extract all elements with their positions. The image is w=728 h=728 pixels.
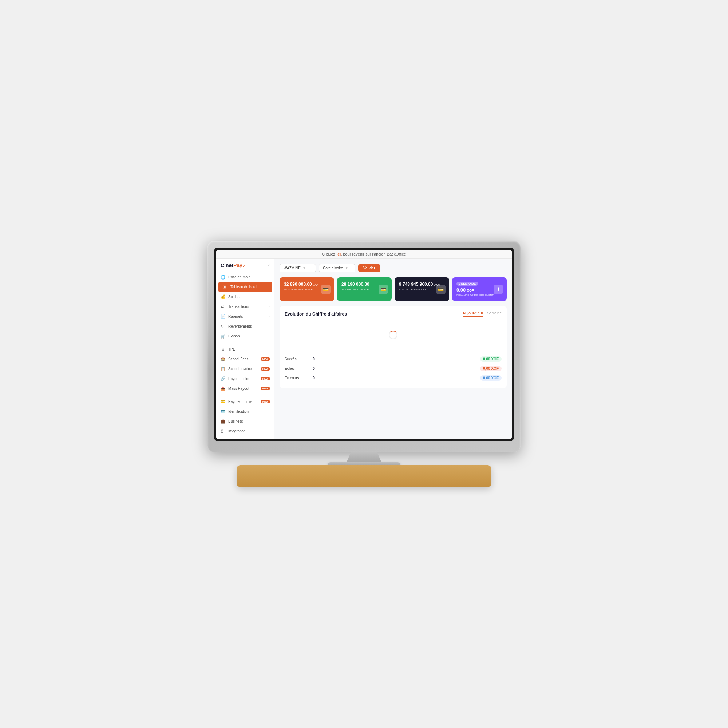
chart-section: Evolution du Chiffre d'affaires Aujourd'… <box>280 306 507 388</box>
sidebar-label-school-fees: School Fees <box>228 357 258 361</box>
loading-spinner <box>389 330 398 339</box>
sidebar-icon-business: 💼 <box>220 419 225 424</box>
chevron-rapports: › <box>269 315 270 318</box>
sidebar-icon-rapports: 📄 <box>220 314 225 319</box>
monitor-bezel: Cliquez ici, pour revenir sur l'ancien B… <box>214 248 514 441</box>
stats-row-echec: Échec 0 0,00 XOF <box>284 364 502 373</box>
sidebar-icon-reversements: ↻ <box>220 324 225 329</box>
card-icon-solde-transfert: 💳 <box>436 284 445 294</box>
main-content: WAZMINE ▼ Cote d'ivoire ▼ Valider 32 890… <box>274 259 512 439</box>
sidebar-item-prise-en-main[interactable]: 🌐 Prise en main <box>216 272 274 282</box>
sidebar-label-school-invoice: School Invoice <box>228 367 258 371</box>
stats-row-en-cours: En cours 0 0,00 XOF <box>284 373 502 383</box>
sidebar-label-business: Business <box>228 419 270 423</box>
sidebar-item-school-invoice[interactable]: 📋 School Invoice NEW <box>216 364 274 374</box>
sidebar-label-reversements: Reversements <box>228 324 270 328</box>
valider-button[interactable]: Valider <box>358 264 380 272</box>
logo: CinetPay✓ <box>220 262 245 268</box>
stats-table: Succès 0 0,00 XOF Échec 0 0,00 XOF En co… <box>284 355 502 383</box>
sidebar-label-payout-links: Payout Links <box>228 377 258 381</box>
sidebar-icon-tableau-de-bord: ⊞ <box>223 284 228 289</box>
scene: Cliquez ici, pour revenir sur l'ancien B… <box>200 241 528 487</box>
banner-text: , pour revenir sur l'ancien BackOffice <box>341 252 406 256</box>
wazmine-select[interactable]: WAZMINE ▼ <box>280 264 316 272</box>
sidebar-nav: 🌐 Prise en main ⊞ Tableau de bord 💰 Sold… <box>216 272 274 439</box>
sidebar-item-rapports[interactable]: 📄 Rapports › <box>216 312 274 321</box>
sidebar-icon-prise-en-main: 🌐 <box>220 275 225 280</box>
sidebar-item-reversements[interactable]: ↻ Reversements <box>216 321 274 331</box>
sidebar-label-mass-payout: Mass Payout <box>228 387 258 391</box>
monitor-screen: Cliquez ici, pour revenir sur l'ancien B… <box>216 250 512 439</box>
collapse-button[interactable]: ‹ <box>268 263 270 268</box>
sidebar-item-identification[interactable]: 🪪 Identification <box>216 407 274 416</box>
card-label-demande-reversement: DEMANDE DE REVERSEMENT <box>456 294 502 297</box>
badge-mass-payout: NEW <box>261 387 270 390</box>
chart-header: Evolution du Chiffre d'affaires Aujourd'… <box>284 311 502 317</box>
badge-school-invoice: NEW <box>261 367 270 370</box>
badge-payment-links: NEW <box>261 400 270 403</box>
chart-title: Evolution du Chiffre d'affaires <box>284 312 347 317</box>
stats-row-succes: Succès 0 0,00 XOF <box>284 355 502 364</box>
card-demande-reversement: 0 DEMANDE 0,00 XOF DEMANDE DE REVERSEMEN… <box>452 277 507 301</box>
badge-payout-links: NEW <box>261 377 270 380</box>
sidebar: CinetPay✓ ‹ 🌐 Prise en main ⊞ Tableau de… <box>216 259 274 439</box>
chart-tab-aujourd-hui[interactable]: Aujourd'hui <box>463 311 483 317</box>
stats-label-en-cours: En cours <box>284 376 306 380</box>
sidebar-icon-e-shop: 🛒 <box>220 334 225 338</box>
sidebar-label-transactions: Transactions <box>228 305 266 309</box>
stand-neck <box>342 452 386 462</box>
sidebar-item-soldes[interactable]: 💰 Soldes <box>216 292 274 302</box>
stats-value-echec: 0 <box>310 367 317 370</box>
sidebar-item-e-shop[interactable]: 🛒 E-shop <box>216 331 274 341</box>
sidebar-label-tpe: TPE <box>228 347 270 351</box>
stats-value-succes: 0 <box>310 357 317 361</box>
wazmine-chevron: ▼ <box>303 266 306 270</box>
sidebar-item-preferences[interactable]: ⚙ Préférences <box>216 436 274 439</box>
stats-amount-en-cours: 0,00 XOF <box>480 375 502 381</box>
sidebar-item-tpe[interactable]: 🖥 TPE <box>216 344 274 354</box>
sidebar-item-mass-payout[interactable]: 📤 Mass Payout NEW <box>216 384 274 393</box>
sidebar-item-school-fees[interactable]: 🏫 School Fees NEW <box>216 354 274 364</box>
sidebar-item-payment-links[interactable]: 💳 Payment Links NEW <box>216 397 274 407</box>
sidebar-label-tableau-de-bord: Tableau de bord <box>230 285 268 289</box>
stats-value-en-cours: 0 <box>310 376 317 380</box>
sidebar-icon-tpe: 🖥 <box>220 347 225 352</box>
sidebar-icon-soldes: 💰 <box>220 294 225 299</box>
banner-link[interactable]: ici <box>336 252 341 256</box>
sidebar-item-payout-links[interactable]: 🔗 Payout Links NEW <box>216 374 274 384</box>
sidebar-item-transactions[interactable]: ⇄ Transactions › <box>216 302 274 312</box>
sidebar-item-business[interactable]: 💼 Business <box>216 416 274 426</box>
sidebar-icon-school-fees: 🏫 <box>220 357 225 361</box>
sidebar-label-identification: Identification <box>228 410 270 413</box>
sidebar-item-tableau-de-bord[interactable]: ⊞ Tableau de bord <box>219 282 272 292</box>
card-montant-encaisse: 32 890 000,00 XOF MONTANT ENCAISSÉ 💳 <box>280 277 334 301</box>
cards-row: 32 890 000,00 XOF MONTANT ENCAISSÉ 💳 28 … <box>280 277 507 301</box>
sidebar-icon-payout-links: 🔗 <box>220 376 225 381</box>
sidebar-item-integration[interactable]: ⟨⟩ Intégration <box>216 426 274 436</box>
chevron-transactions: › <box>269 305 270 309</box>
chart-tabs: Aujourd'huiSemaine <box>463 311 502 317</box>
sidebar-label-integration: Intégration <box>228 429 270 433</box>
sidebar-icon-payment-links: 💳 <box>220 399 225 404</box>
chart-loading <box>284 320 502 349</box>
monitor: Cliquez ici, pour revenir sur l'ancien B… <box>208 241 520 452</box>
desk <box>237 465 491 487</box>
chart-tab-semaine[interactable]: Semaine <box>487 311 502 317</box>
country-select[interactable]: Cote d'ivoire ▼ <box>319 264 355 272</box>
sidebar-icon-school-invoice: 📋 <box>220 367 225 371</box>
sidebar-label-rapports: Rapports <box>228 315 266 318</box>
sidebar-icon-integration: ⟨⟩ <box>220 429 225 434</box>
badge-school-fees: NEW <box>261 358 270 361</box>
country-label: Cote d'ivoire <box>323 266 343 270</box>
sidebar-label-prise-en-main: Prise en main <box>228 275 270 279</box>
country-chevron: ▼ <box>345 266 348 270</box>
sidebar-label-payment-links: Payment Links <box>228 400 258 404</box>
sidebar-icon-transactions: ⇄ <box>220 304 225 309</box>
toolbar: WAZMINE ▼ Cote d'ivoire ▼ Valider <box>280 264 507 272</box>
card-icon-demande-reversement: ⬇ <box>494 284 503 294</box>
card-icon-solde-disponible: 💳 <box>379 284 388 294</box>
stats-label-echec: Échec <box>284 367 306 370</box>
card-solde-disponible: 28 190 000,00 SOLDE DISPONIBLE 💳 <box>337 277 392 301</box>
app-layout: CinetPay✓ ‹ 🌐 Prise en main ⊞ Tableau de… <box>216 259 512 439</box>
sidebar-icon-preferences: ⚙ <box>220 439 225 439</box>
